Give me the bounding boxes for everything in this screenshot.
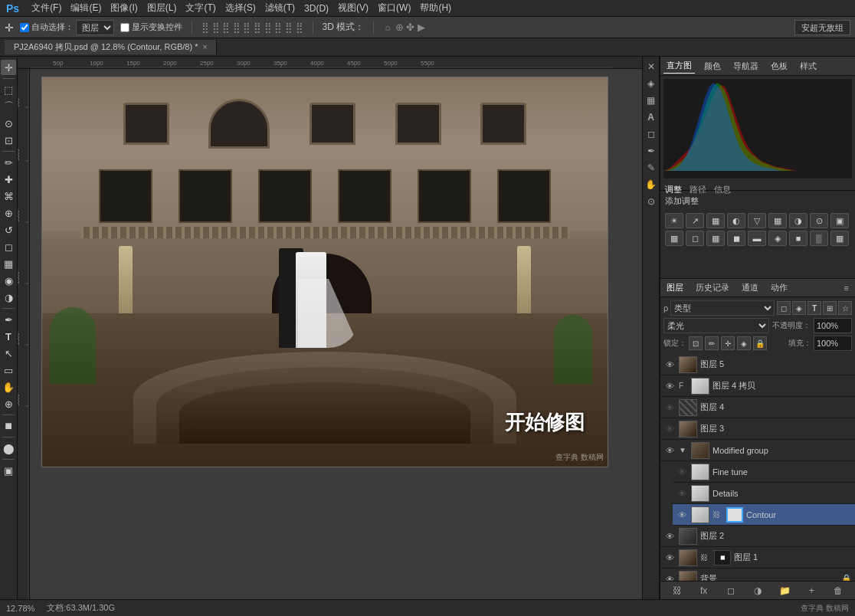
filter-pixel-icon[interactable]: ◻ [777, 301, 791, 315]
layer-item-1[interactable]: 👁 ⛓ ◼ 图层 1 [660, 547, 855, 568]
blend-mode-select[interactable]: 柔光 正常 [663, 318, 769, 333]
eyedropper-strip-icon[interactable]: ◈ [644, 77, 658, 90]
menu-window[interactable]: 窗口(W) [378, 2, 411, 15]
blur-tool[interactable]: ◉ [1, 273, 16, 288]
colorlookup-adj-icon[interactable]: ▦ [665, 231, 683, 246]
lock-pixels-icon[interactable]: ✏ [705, 336, 719, 350]
fill-input[interactable] [814, 336, 852, 351]
stamp-tool[interactable]: ⊕ [1, 205, 16, 221]
pattern-fill-adj-icon[interactable]: ▦ [830, 231, 849, 246]
opacity-input[interactable] [814, 318, 852, 333]
eyedropper-tool[interactable]: ✏ [1, 155, 16, 170]
layer-eye-group[interactable]: 👁 [663, 444, 676, 457]
type-tool[interactable]: T [1, 329, 16, 344]
canvas-inner[interactable]: 开始修图 查字典 数稿网 [30, 69, 642, 599]
filter-smart-icon[interactable]: ☆ [838, 301, 852, 315]
auto-select-dropdown[interactable]: 图层 [76, 20, 114, 35]
tab-color[interactable]: 颜色 [701, 59, 724, 74]
tab-histogram[interactable]: 直方图 [663, 58, 695, 74]
lock-position-icon[interactable]: ✛ [721, 336, 735, 350]
filter-shape-icon[interactable]: ⊞ [823, 301, 837, 315]
menu-view[interactable]: 视图(V) [338, 2, 369, 15]
hand-tool[interactable]: ✋ [1, 379, 16, 395]
solid-color-adj-icon[interactable]: ■ [789, 231, 808, 246]
tab-layers[interactable]: 图层 [663, 280, 686, 295]
layer-mask-1[interactable]: ◼ [714, 550, 731, 565]
layer-item-3[interactable]: 👁 图层 3 [660, 418, 855, 440]
selective-color-adj-icon[interactable]: ◈ [768, 231, 787, 246]
menu-help[interactable]: 帮助(H) [420, 2, 451, 15]
healing-tool[interactable]: ✚ [1, 172, 16, 187]
move-tool[interactable]: ✛ [1, 60, 16, 75]
adjustment-strip-icon[interactable]: ▦ [644, 93, 658, 107]
channelmixer-adj-icon[interactable]: ▣ [830, 213, 849, 228]
exposure-adj-icon[interactable]: ◐ [727, 213, 745, 228]
path-select-tool[interactable]: ↖ [1, 346, 16, 361]
pen-strip-icon[interactable]: ✒ [644, 144, 658, 158]
dodge-tool[interactable]: ◑ [1, 290, 16, 305]
shape-strip-icon[interactable]: ◻ [644, 127, 658, 141]
layer-eye-details[interactable]: 👁 [676, 487, 688, 500]
tab-swatches[interactable]: 色板 [768, 59, 791, 74]
layer-item-group[interactable]: 👁 ▼ Modified group [660, 440, 855, 461]
layer-eye-1[interactable]: 👁 [663, 552, 676, 564]
eraser-tool[interactable]: ◻ [1, 239, 16, 254]
filter-type-icon[interactable]: T [808, 301, 821, 315]
layer-item-5[interactable]: 👁 图层 5 [660, 354, 855, 375]
layer-item-finetune[interactable]: 👁 Fine tune [673, 461, 855, 483]
layer-eye-contour[interactable]: 👁 [676, 509, 688, 521]
filter-type-select[interactable]: 类型 [670, 300, 775, 316]
new-group-icon[interactable]: 📁 [777, 583, 792, 598]
tab-channels[interactable]: 通道 [739, 280, 762, 295]
tab-styles[interactable]: 样式 [797, 59, 820, 74]
transform-checkbox[interactable] [120, 23, 129, 32]
tab-actions[interactable]: 动作 [768, 280, 791, 295]
filter-adjust-icon[interactable]: ◈ [792, 301, 806, 315]
tab-history[interactable]: 历史记录 [693, 280, 732, 295]
layer-eye-2[interactable]: 👁 [663, 530, 676, 542]
layer-eye-4[interactable]: 👁 [663, 401, 676, 414]
layer-item-4copy[interactable]: 👁 F 图层 4 拷贝 [660, 375, 855, 397]
brightness-adj-icon[interactable]: ☀ [665, 213, 683, 228]
menu-3d[interactable]: 3D(D) [304, 3, 329, 14]
layer-mask-contour[interactable] [726, 507, 743, 523]
layer-item-bg[interactable]: 👁 背景 🔒 [660, 568, 855, 581]
layer-eye-bg[interactable]: 👁 [663, 573, 676, 582]
add-mask-icon[interactable]: ◻ [723, 583, 739, 598]
menu-filter[interactable]: 滤镜(T) [265, 2, 295, 15]
menu-layer[interactable]: 图层(L) [147, 2, 177, 15]
menu-select[interactable]: 选择(S) [225, 2, 256, 15]
lasso-tool[interactable]: ⌒ [1, 99, 16, 114]
shape-tool[interactable]: ▭ [1, 362, 16, 378]
curves-adj-icon[interactable]: ↗ [686, 213, 704, 228]
layer-item-2[interactable]: 👁 图层 2 [660, 526, 855, 547]
vibrance-adj-icon[interactable]: ▽ [748, 213, 766, 228]
tab-navigator[interactable]: 导航器 [730, 59, 762, 74]
layer-eye-4copy[interactable]: 👁 [663, 380, 676, 392]
layer-item-contour[interactable]: 👁 ⛓ Contour [673, 504, 855, 526]
note-strip-icon[interactable]: ✎ [644, 161, 658, 175]
add-effect-icon[interactable]: fx [696, 583, 712, 598]
threshold-adj-icon[interactable]: ◼ [727, 231, 745, 246]
camera-strip-icon[interactable]: ⊙ [644, 195, 658, 208]
new-layer-icon[interactable]: + [804, 583, 819, 598]
crop-tool[interactable]: ⊡ [1, 133, 16, 148]
invert-adj-icon[interactable]: ◻ [686, 231, 704, 246]
group-arrow[interactable]: ▼ [679, 446, 688, 454]
tab-close[interactable]: × [202, 43, 207, 51]
quick-mask-tool[interactable]: ⬤ [1, 441, 16, 456]
hand-strip-icon[interactable]: ✋ [644, 178, 658, 192]
layers-panel-menu[interactable]: ≡ [841, 282, 852, 294]
gradient-fill-adj-icon[interactable]: ▒ [810, 231, 828, 246]
auto-select-checkbox[interactable] [20, 23, 29, 32]
add-link-icon[interactable]: ⛓ [670, 583, 685, 598]
menu-image[interactable]: 图像(I) [110, 2, 137, 15]
delete-layer-icon[interactable]: 🗑 [830, 583, 846, 598]
pen-tool[interactable]: ✒ [1, 312, 16, 327]
type-strip-icon[interactable]: A [644, 110, 658, 124]
colorbalance-adj-icon[interactable]: ◑ [789, 213, 808, 228]
lock-all-icon[interactable]: 🔒 [753, 336, 767, 350]
fg-bg-colors[interactable]: ■ [1, 418, 16, 434]
layer-eye-5[interactable]: 👁 [663, 359, 676, 371]
menu-text[interactable]: 文字(T) [185, 2, 215, 15]
